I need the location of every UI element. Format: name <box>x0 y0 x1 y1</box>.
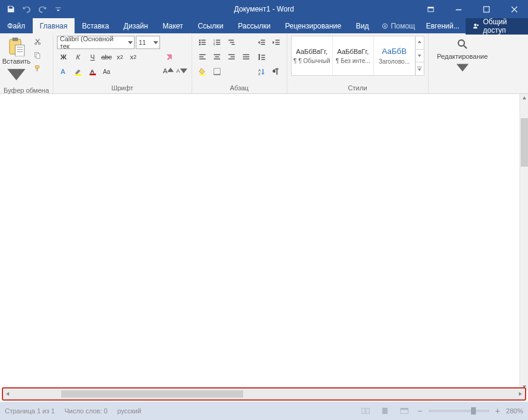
tab-layout[interactable]: Макет <box>155 18 190 33</box>
align-right-icon[interactable] <box>225 50 238 64</box>
increase-indent-icon[interactable] <box>270 36 283 49</box>
align-center-icon[interactable] <box>210 50 224 64</box>
svg-point-21 <box>199 39 201 41</box>
change-case-icon[interactable]: Aa <box>101 65 113 78</box>
text-effects-icon[interactable]: A <box>57 65 70 78</box>
zoom-in-icon[interactable]: + <box>495 406 500 416</box>
styles-gallery[interactable]: АаБбВвГг, ¶ Обычный АаБбВвГг, ¶ Без инте… <box>291 36 424 76</box>
document-canvas[interactable] <box>0 94 520 391</box>
svg-rect-53 <box>261 44 265 45</box>
tab-file[interactable]: Файл <box>0 18 33 33</box>
scroll-track[interactable] <box>13 390 515 398</box>
close-icon[interactable] <box>500 0 528 18</box>
strikethrough-icon[interactable]: abc <box>101 51 113 63</box>
undo-icon[interactable] <box>19 2 34 16</box>
format-painter-icon[interactable] <box>32 62 44 75</box>
bold-icon[interactable]: Ж <box>57 50 70 64</box>
qat-customize-icon[interactable] <box>51 2 65 16</box>
paste-button[interactable]: Вставить <box>4 36 29 85</box>
borders-icon[interactable] <box>210 65 224 78</box>
web-layout-icon[interactable] <box>398 405 411 417</box>
justify-icon[interactable] <box>239 50 253 64</box>
scroll-up-icon[interactable] <box>520 94 528 102</box>
cut-icon[interactable] <box>32 36 44 48</box>
zoom-level[interactable]: 280% <box>506 407 523 415</box>
zoom-out-icon[interactable]: − <box>417 406 422 416</box>
svg-rect-32 <box>216 44 220 45</box>
tab-review[interactable]: Рецензирование <box>278 18 349 33</box>
minimize-icon[interactable] <box>444 0 472 18</box>
numbering-icon[interactable]: 123 <box>210 36 224 49</box>
shading-icon[interactable] <box>196 65 209 78</box>
svg-rect-62 <box>417 67 422 67</box>
svg-text:A: A <box>61 68 65 75</box>
tab-view[interactable]: Вид <box>349 18 376 33</box>
chevron-down-icon <box>128 39 133 46</box>
tab-references[interactable]: Ссылки <box>190 18 230 33</box>
gallery-more-icon[interactable] <box>416 62 424 75</box>
style-preview: АаБбВвГг, <box>337 48 369 55</box>
style-no-spacing[interactable]: АаБбВвГг, ¶ Без инте... <box>333 36 374 75</box>
horizontal-scrollbar[interactable] <box>2 387 526 401</box>
decrease-indent-icon[interactable] <box>255 36 269 49</box>
show-marks-icon[interactable] <box>270 65 283 78</box>
user-account[interactable]: Евгений... <box>420 22 466 30</box>
svg-rect-15 <box>35 66 39 68</box>
style-heading1[interactable]: АаБбВ Заголово... <box>374 36 415 75</box>
shrink-font-icon[interactable]: A <box>176 65 188 77</box>
align-left-icon[interactable] <box>196 50 209 64</box>
tab-insert[interactable]: Вставка <box>75 18 116 33</box>
svg-point-63 <box>458 40 464 46</box>
subscript-icon[interactable]: x2 <box>114 51 126 63</box>
scroll-left-icon[interactable] <box>3 388 13 399</box>
copy-icon[interactable] <box>32 49 44 61</box>
save-icon[interactable] <box>4 2 18 16</box>
line-spacing-icon[interactable] <box>255 50 269 64</box>
grow-font-icon[interactable]: A <box>162 65 175 77</box>
underline-icon[interactable]: Ч <box>86 50 99 64</box>
font-name-combo[interactable]: Calibri (Основной тек <box>57 36 135 49</box>
gallery-up-icon[interactable] <box>416 36 424 50</box>
status-language[interactable]: русский <box>117 407 141 415</box>
clear-formatting-icon[interactable] <box>162 50 176 64</box>
bullets-icon[interactable] <box>196 36 209 49</box>
svg-rect-65 <box>366 408 369 414</box>
tell-me-search[interactable]: Помощ <box>376 22 420 30</box>
italic-icon[interactable]: К <box>72 50 85 64</box>
font-color-icon[interactable]: A <box>86 65 99 78</box>
highlight-icon[interactable] <box>72 65 85 78</box>
tab-mailings[interactable]: Рассылки <box>230 18 278 33</box>
status-word-count[interactable]: Число слов: 0 <box>64 407 107 415</box>
svg-rect-47 <box>243 59 250 59</box>
gallery-down-icon[interactable] <box>416 50 424 63</box>
svg-rect-1 <box>427 7 433 8</box>
style-normal[interactable]: АаБбВвГг, ¶ Обычный <box>292 36 333 75</box>
font-size-value: 11 <box>139 39 146 46</box>
svg-rect-33 <box>229 40 234 41</box>
editing-button[interactable]: Редактирование <box>432 36 493 83</box>
svg-rect-51 <box>261 40 265 41</box>
redo-icon[interactable] <box>35 2 50 16</box>
multilevel-list-icon[interactable] <box>225 36 238 49</box>
zoom-knob[interactable] <box>471 407 476 415</box>
read-mode-icon[interactable] <box>359 405 372 417</box>
scroll-thumb[interactable] <box>61 390 243 398</box>
share-button[interactable]: Общий доступ <box>466 18 528 35</box>
svg-rect-50 <box>214 74 221 75</box>
tab-home[interactable]: Главная <box>33 18 75 33</box>
status-page[interactable]: Страница 1 из 1 <box>5 407 55 415</box>
ribbon-display-icon[interactable] <box>416 0 444 18</box>
scroll-right-icon[interactable] <box>515 388 525 399</box>
sort-icon[interactable]: AZ <box>255 65 269 78</box>
scroll-thumb[interactable] <box>521 118 528 167</box>
zoom-slider[interactable] <box>429 410 489 412</box>
print-layout-icon[interactable] <box>378 405 392 417</box>
font-size-combo[interactable]: 11 <box>136 36 160 49</box>
tab-design[interactable]: Дизайн <box>116 18 155 33</box>
maximize-icon[interactable] <box>472 0 500 18</box>
vertical-scrollbar[interactable] <box>520 94 528 391</box>
svg-text:Z: Z <box>258 72 261 76</box>
share-label: Общий доступ <box>483 18 521 35</box>
svg-rect-28 <box>216 40 220 41</box>
superscript-icon[interactable]: x2 <box>127 51 139 63</box>
